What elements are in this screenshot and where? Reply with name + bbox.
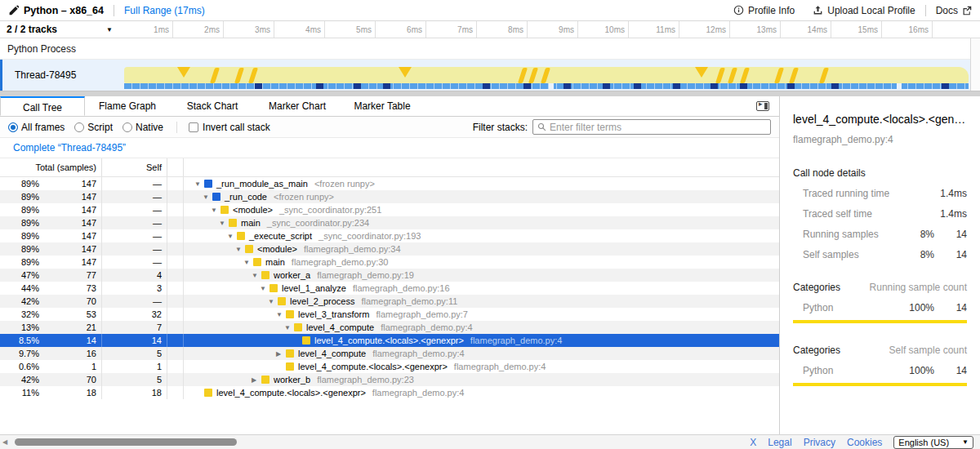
thread-track[interactable]: Thread-78495 — [0, 60, 980, 91]
table-row[interactable]: 42%705▶worker_bflamegraph_demo.py:23 — [0, 373, 779, 386]
invert-checkbox[interactable] — [189, 122, 198, 132]
category-square-icon — [229, 219, 237, 227]
call-node[interactable]: ▼mainflamegraph_demo.py:30 — [184, 256, 779, 269]
footer-link-x[interactable]: X — [750, 437, 756, 448]
track-scrollbar-gutter[interactable] — [970, 38, 980, 91]
column-header-total[interactable]: Total (samples) — [0, 158, 102, 176]
call-node[interactable]: ▼<module>_sync_coordinator.py:251 — [184, 203, 779, 216]
category-square-icon — [253, 258, 261, 266]
call-node[interactable]: level_4_compute.<locals>.<genexpr>flameg… — [184, 360, 779, 373]
docs-button[interactable]: Docs — [936, 5, 972, 16]
pane-splitter[interactable] — [0, 91, 980, 96]
thread-track-label[interactable]: Thread-78495 — [2, 60, 122, 91]
call-node[interactable]: ▼level_2_processflamegraph_demo.py:11 — [184, 295, 779, 308]
tab-marker-table[interactable]: Marker Table — [340, 96, 425, 116]
footer-link-cookies[interactable]: Cookies — [847, 437, 882, 448]
footer-link-legal[interactable]: Legal — [768, 437, 791, 448]
table-row[interactable]: 13%217▼level_4_computeflamegraph_demo.py… — [0, 321, 779, 334]
radio-option-all-frames[interactable]: All frames — [8, 122, 65, 133]
expand-icon[interactable]: ▶ — [274, 350, 286, 358]
activity-graph[interactable] — [124, 67, 969, 83]
tab-flame-graph[interactable]: Flame Graph — [85, 96, 170, 116]
collapse-icon[interactable]: ▼ — [217, 220, 229, 227]
profile-info-button[interactable]: Profile Info — [733, 5, 795, 16]
call-node[interactable]: ▶worker_bflamegraph_demo.py:23 — [184, 373, 779, 386]
collapse-icon[interactable]: ▼ — [258, 285, 270, 292]
breadcrumb-root-link[interactable]: Complete “Thread-78495” — [13, 142, 126, 153]
collapse-icon[interactable]: ▼ — [193, 180, 204, 188]
collapse-icon[interactable]: ▼ — [283, 324, 294, 331]
table-row[interactable]: 8.5%1414level_4_compute.<locals>.<genexp… — [0, 334, 779, 347]
radio-icon[interactable] — [122, 122, 132, 132]
tab-call-tree[interactable]: Call Tree — [0, 96, 85, 116]
cell-total-samples: 147 — [42, 203, 102, 216]
full-range-link[interactable]: Full Range (17ms) — [124, 5, 205, 16]
radio-option-native[interactable]: Native — [122, 122, 163, 133]
collapse-icon[interactable]: ▼ — [209, 207, 220, 214]
column-header-self[interactable]: Self — [102, 158, 167, 176]
table-row[interactable]: 42%70—▼level_2_processflamegraph_demo.py… — [0, 295, 779, 308]
radio-icon[interactable] — [8, 122, 18, 132]
horizontal-scrollbar-thumb[interactable] — [15, 438, 237, 446]
call-node[interactable]: ▼level_3_transformflamegraph_demo.py:7 — [184, 308, 779, 321]
collapse-icon[interactable]: ▼ — [242, 259, 253, 266]
table-row[interactable]: 47%774▼worker_aflamegraph_demo.py:19 — [0, 269, 779, 282]
collapse-icon[interactable]: ▼ — [225, 233, 237, 240]
footer-link-privacy[interactable]: Privacy — [804, 437, 835, 448]
call-node[interactable]: level_4_compute.<locals>.<genexpr>flameg… — [184, 386, 779, 399]
table-row[interactable]: 89%147—▼<module>flamegraph_demo.py:34 — [0, 242, 779, 256]
call-node[interactable]: ▼_execute_script_sync_coordinator.py:193 — [184, 229, 779, 242]
call-node[interactable]: ▼level_4_computeflamegraph_demo.py:4 — [184, 321, 779, 334]
call-node-metrics: Traced running time1.4msTraced self time… — [793, 188, 967, 260]
call-node[interactable]: ▼_run_module_as_main<frozen runpy> — [184, 177, 779, 190]
table-row[interactable]: 32%5332▼level_3_transformflamegraph_demo… — [0, 308, 779, 321]
radio-option-script[interactable]: Script — [74, 122, 113, 133]
call-node[interactable]: ▼main_sync_coordinator.py:234 — [184, 216, 779, 229]
table-row[interactable]: 9.7%165▶level_4_computeflamegraph_demo.p… — [0, 347, 779, 360]
scroll-left-arrow-icon[interactable]: ◀ — [0, 438, 7, 446]
sample-dark-mark — [740, 83, 747, 89]
samples-strip[interactable] — [124, 83, 969, 89]
invert-call-stack-option[interactable]: Invert call stack — [176, 122, 270, 133]
table-row[interactable]: 89%147—▼<module>_sync_coordinator.py:251 — [0, 203, 779, 216]
call-node[interactable]: ▼worker_aflamegraph_demo.py:19 — [184, 269, 779, 282]
language-select[interactable]: English (US) ▼ — [893, 436, 973, 449]
upload-profile-button[interactable]: Upload Local Profile — [813, 5, 915, 16]
collapse-icon[interactable]: ▼ — [266, 298, 278, 305]
call-node[interactable]: ▶level_4_computeflamegraph_demo.py:4 — [184, 347, 779, 360]
table-row[interactable]: 89%147—▼_run_module_as_main<frozen runpy… — [0, 177, 779, 190]
collapse-icon[interactable]: ▼ — [250, 272, 261, 279]
tab-stack-chart[interactable]: Stack Chart — [170, 96, 255, 116]
thread-track-graph[interactable] — [122, 60, 969, 91]
filter-input-box[interactable] — [532, 119, 771, 135]
collapse-icon[interactable]: ▼ — [274, 311, 286, 318]
table-row[interactable]: 89%147—▼_run_code<frozen runpy> — [0, 190, 779, 203]
divider — [114, 5, 114, 16]
radio-icon[interactable] — [74, 122, 84, 132]
cell-total-percent: 89% — [0, 229, 42, 242]
function-name: <module> — [233, 205, 273, 215]
expand-icon[interactable]: ▶ — [250, 376, 261, 384]
table-row[interactable]: 11%1818level_4_compute.<locals>.<genexpr… — [0, 386, 779, 399]
function-name: main — [265, 257, 285, 267]
call-node[interactable]: ▼level_1_analyzeflamegraph_demo.py:16 — [184, 282, 779, 295]
table-row[interactable]: 0.6%11level_4_compute.<locals>.<genexpr>… — [0, 360, 779, 373]
tracks-dropdown[interactable]: 2 / 2 tracks ▼ — [0, 21, 122, 38]
call-node[interactable]: ▼_run_code<frozen runpy> — [184, 190, 779, 203]
cell-spacer — [167, 190, 184, 203]
collapse-icon[interactable]: ▼ — [234, 246, 245, 253]
call-node[interactable]: level_4_compute.<locals>.<genexpr>flameg… — [184, 334, 779, 347]
table-row[interactable]: 89%147—▼mainflamegraph_demo.py:30 — [0, 256, 779, 269]
table-row[interactable]: 89%147—▼_execute_script_sync_coordinator… — [0, 229, 779, 242]
tab-marker-chart[interactable]: Marker Chart — [255, 96, 340, 116]
filter-input[interactable] — [550, 122, 766, 133]
category-square-icon — [294, 323, 302, 331]
call-node[interactable]: ▼<module>flamegraph_demo.py:34 — [184, 242, 779, 256]
edit-pencil-icon[interactable] — [8, 5, 19, 16]
sidebar-toggle-icon[interactable]: ▸ — [756, 101, 769, 111]
table-row[interactable]: 89%147—▼main_sync_coordinator.py:234 — [0, 216, 779, 229]
process-track[interactable]: Python Process — [0, 38, 980, 60]
source-location: _sync_coordinator.py:193 — [318, 231, 421, 241]
collapse-icon[interactable]: ▼ — [201, 193, 212, 201]
table-row[interactable]: 44%733▼level_1_analyzeflamegraph_demo.py… — [0, 282, 779, 295]
